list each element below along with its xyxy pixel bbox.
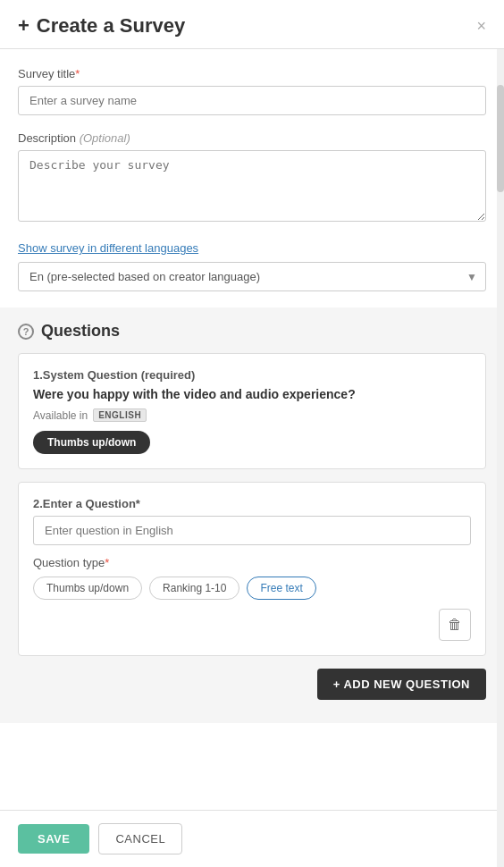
scrollbar-thumb[interactable] xyxy=(497,85,504,192)
questions-header: ? Questions xyxy=(18,322,486,341)
modal-title: + Create a Survey xyxy=(18,14,185,38)
question-1-header: 1.System Question (required) xyxy=(33,368,471,382)
question-1-type-badge[interactable]: Thumbs up/down xyxy=(33,431,150,454)
type-option-freetext[interactable]: Free text xyxy=(247,577,315,600)
modal-footer: SAVE CANCEL xyxy=(0,810,504,867)
question-2-type-group: Question type* Thumbs up/down Ranking 1-… xyxy=(33,556,471,600)
description-group: Description (Optional) xyxy=(18,131,486,225)
scrollbar-track xyxy=(497,49,504,867)
question-2-input-group: 2.Enter a Question* xyxy=(33,497,471,545)
type-option-thumbs[interactable]: Thumbs up/down xyxy=(33,577,142,600)
language-badge: ENGLISH xyxy=(93,408,147,422)
question-1-text: Were you happy with the video and audio … xyxy=(33,387,471,401)
language-label: Show survey in different languages xyxy=(18,241,486,255)
add-question-button[interactable]: + ADD NEW QUESTION xyxy=(317,669,486,700)
question-2-input[interactable] xyxy=(33,516,471,545)
language-group: Show survey in different languages En (p… xyxy=(18,241,486,291)
modal-title-text: Create a Survey xyxy=(37,14,185,38)
delete-btn-wrapper: 🗑 xyxy=(33,609,471,641)
description-textarea[interactable] xyxy=(18,150,486,222)
type-options: Thumbs up/down Ranking 1-10 Free text xyxy=(33,577,471,600)
cancel-button[interactable]: CANCEL xyxy=(98,823,182,854)
survey-title-label: Survey title* xyxy=(18,67,486,80)
description-label: Description (Optional) xyxy=(18,131,486,145)
save-button[interactable]: SAVE xyxy=(18,824,89,854)
delete-question-button[interactable]: 🗑 xyxy=(439,609,471,641)
modal-container: + Create a Survey × Survey title* Descri… xyxy=(0,0,504,867)
question-2-card: 2.Enter a Question* Question type* Thumb… xyxy=(18,482,486,656)
survey-title-input[interactable] xyxy=(18,86,486,115)
survey-title-group: Survey title* xyxy=(18,67,486,115)
question-type-label: Question type* xyxy=(33,556,471,569)
question-1-card: 1.System Question (required) Were you ha… xyxy=(18,353,486,469)
language-select-wrapper: En (pre-selected based on creator langua… xyxy=(18,262,486,291)
questions-title: Questions xyxy=(41,322,120,341)
plus-icon: + xyxy=(18,14,29,38)
close-button[interactable]: × xyxy=(476,18,486,34)
question-1-available: Available in ENGLISH xyxy=(33,408,471,422)
help-icon: ? xyxy=(18,324,34,340)
type-option-ranking[interactable]: Ranking 1-10 xyxy=(149,577,239,600)
modal-body: Survey title* Description (Optional) Sho… xyxy=(0,49,504,810)
question-2-input-label: 2.Enter a Question* xyxy=(33,497,471,510)
add-question-wrapper: + ADD NEW QUESTION xyxy=(18,669,486,709)
questions-section: ? Questions 1.System Question (required)… xyxy=(0,307,504,723)
modal-header: + Create a Survey × xyxy=(0,0,504,49)
language-select[interactable]: En (pre-selected based on creator langua… xyxy=(18,262,486,291)
trash-icon: 🗑 xyxy=(448,617,462,633)
